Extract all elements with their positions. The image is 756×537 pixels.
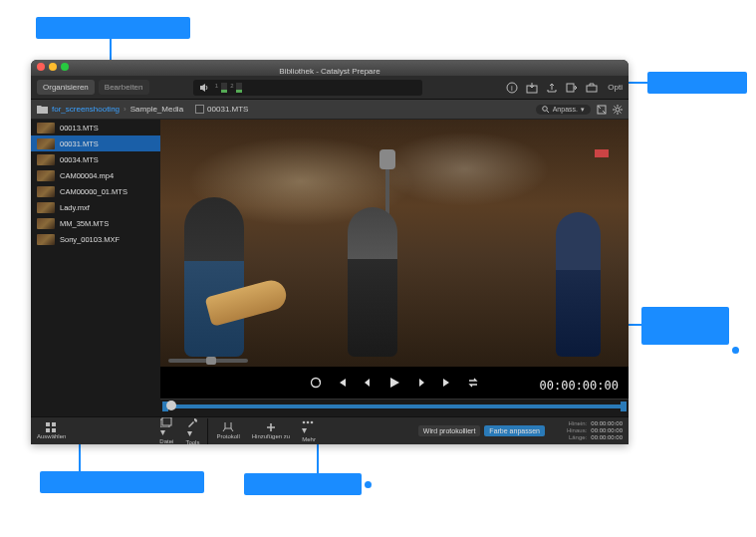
status-logging[interactable]: Wird protokolliert (418, 425, 481, 436)
skip-start-icon[interactable] (336, 377, 348, 389)
protocol-button[interactable]: Protokoll (216, 422, 239, 439)
list-item[interactable]: CAM00004.mp4 (31, 167, 160, 183)
info-icon[interactable]: i (506, 82, 518, 94)
length-label: Länge: (569, 434, 587, 441)
gear-icon[interactable] (613, 105, 623, 115)
markers-icon (222, 422, 234, 432)
play-icon[interactable] (387, 376, 401, 390)
tools-button[interactable]: ▾ Tools (185, 417, 199, 445)
thumbnail (37, 218, 55, 229)
status-pills: Wird protokolliert Farbe anpassen (418, 425, 545, 436)
repeat-icon[interactable] (467, 377, 479, 389)
svg-text:i: i (511, 84, 513, 93)
file-name: 00031.MTS (60, 139, 99, 148)
svg-point-10 (312, 379, 321, 388)
main-area: 00013.MTS 00031.MTS 00034.MTS CAM00004.m… (31, 120, 629, 416)
titlebar: Bibliothek - Catalyst Prepare (31, 60, 629, 76)
mode-organize-button[interactable]: Organisieren (37, 80, 95, 95)
list-item[interactable]: 00031.MTS (31, 135, 160, 151)
file-name: CAM00000_01.MTS (60, 187, 127, 196)
chevron-down-icon: ▾ (581, 106, 585, 114)
upload-icon[interactable] (546, 82, 558, 94)
list-item[interactable]: MM_35M.MTS (31, 215, 160, 231)
file-name: CAM00004.mp4 (60, 171, 114, 180)
thumbnail (37, 234, 55, 245)
shuttle-slider[interactable] (168, 359, 248, 363)
step-forward-icon[interactable] (415, 377, 427, 389)
zoom-dropdown[interactable]: Anpass. ▾ (536, 105, 591, 115)
app-window: Bibliothek - Catalyst Prepare Organisier… (31, 60, 629, 444)
fullscreen-icon[interactable] (597, 105, 607, 115)
import-icon[interactable] (526, 82, 538, 94)
svg-point-19 (311, 421, 314, 424)
meter-ch-2-label: 2 (230, 83, 233, 93)
breadcrumb-part-0[interactable]: for_screenshooting (52, 105, 120, 114)
window-title: Bibliothek - Catalyst Prepare (279, 67, 379, 76)
skip-end-icon[interactable] (441, 377, 453, 389)
file-list: 00013.MTS 00031.MTS 00034.MTS CAM00004.m… (31, 120, 160, 416)
breadcrumb-part-1[interactable]: Sample_Media (130, 105, 183, 114)
scene-exit-sign (595, 149, 609, 157)
export-icon[interactable] (566, 82, 578, 94)
timeline[interactable] (160, 399, 629, 416)
svg-point-17 (303, 421, 306, 424)
bottom-bar: Auswählen ▾ Datei ▾ Tools Protokoll Hinz… (31, 416, 629, 444)
select-button[interactable]: Auswählen (37, 422, 66, 439)
plus-icon (266, 422, 276, 432)
list-item[interactable]: Sony_00103.MXF (31, 231, 160, 247)
window-zoom[interactable] (61, 63, 69, 71)
scene-person (348, 207, 397, 357)
mode-edit-button[interactable]: Bearbeiten (99, 80, 149, 95)
file-button[interactable]: ▾ Datei (159, 417, 173, 444)
folder-icon[interactable] (37, 105, 48, 114)
svg-rect-6 (196, 106, 203, 113)
meter-ch-1-label: 1 (215, 83, 218, 93)
window-close[interactable] (37, 63, 45, 71)
add-to-button[interactable]: Hinzufügen zu (252, 422, 290, 439)
playhead[interactable] (166, 401, 176, 410)
file-name: MM_35M.MTS (60, 219, 109, 228)
button-label: Hinzufügen zu (252, 433, 290, 439)
out-handle[interactable] (621, 402, 627, 411)
current-clip-name: 00031.MTS (207, 105, 248, 114)
timeline-track[interactable] (166, 404, 623, 408)
status-color-correct[interactable]: Farbe anpassen (484, 425, 545, 436)
leader-dot (732, 347, 739, 354)
list-item[interactable]: 00013.MTS (31, 120, 160, 135)
select-icon (46, 422, 58, 432)
file-name: 00013.MTS (60, 124, 99, 133)
svg-rect-11 (46, 422, 50, 426)
wrench-icon: ▾ (187, 417, 198, 438)
file-name: Lady.mxf (60, 203, 90, 212)
list-item[interactable]: CAM00000_01.MTS (31, 183, 160, 199)
thumbnail (37, 186, 55, 197)
svg-rect-16 (162, 417, 171, 425)
file-icon: ▾ (160, 417, 172, 437)
step-back-icon[interactable] (362, 377, 374, 389)
thumbnail (37, 123, 55, 134)
loop-icon[interactable] (310, 377, 322, 389)
meter-bar-1 (221, 83, 227, 93)
current-clip-chip: 00031.MTS (195, 105, 248, 114)
video-frame[interactable] (160, 120, 629, 367)
more-icon: ▾ (302, 419, 316, 435)
svg-rect-12 (52, 422, 56, 426)
in-value: 00:00:00:00 (591, 420, 623, 427)
length-value: 00:00:00:00 (591, 434, 623, 441)
callout-preview (641, 307, 729, 345)
button-label: Auswählen (37, 433, 66, 439)
volume-icon[interactable] (199, 83, 209, 93)
briefcase-icon[interactable] (586, 82, 598, 94)
options-label[interactable]: Opti (608, 83, 623, 92)
window-minimize[interactable] (49, 63, 57, 71)
list-item[interactable]: 00034.MTS (31, 151, 160, 167)
list-item[interactable]: Lady.mxf (31, 199, 160, 215)
thumbnail (37, 202, 55, 213)
button-label: Mehr (302, 436, 316, 442)
toolbar: Organisieren Bearbeiten 1 2 i Opti (31, 76, 629, 100)
svg-rect-4 (587, 86, 597, 92)
file-name: 00034.MTS (60, 155, 99, 164)
scene-person (556, 212, 601, 357)
audio-meter: 1 2 (215, 83, 243, 93)
more-button[interactable]: ▾ Mehr (302, 419, 316, 442)
